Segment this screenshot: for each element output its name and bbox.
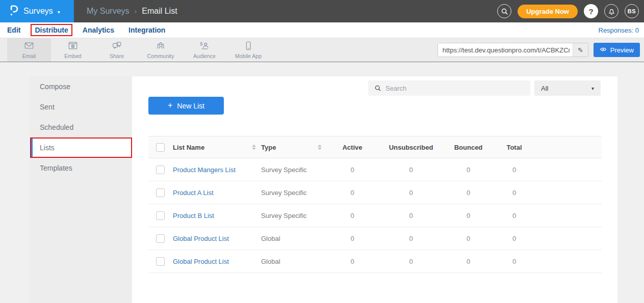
page-body: Compose Sent Scheduled Lists Templates A… [0, 62, 644, 303]
table-header-row: List Name Type Active Unsubscribed Bounc… [148, 136, 602, 158]
unsubscribed-count: 0 [378, 235, 444, 242]
breadcrumb-email-list: Email List [142, 7, 177, 16]
list-name-link[interactable]: Global Product List [173, 235, 229, 242]
help-icon[interactable]: ? [584, 4, 598, 18]
sort-icon[interactable] [252, 145, 256, 150]
row-checkbox[interactable] [156, 166, 165, 174]
toolbar-tab-community[interactable]: Community [139, 38, 183, 62]
sidebar-item-templates[interactable]: Templates [30, 158, 132, 178]
bounced-count: 0 [444, 189, 493, 197]
upgrade-now-button[interactable]: Upgrade Now [518, 5, 578, 18]
column-header-bounced: Bounced [444, 144, 493, 151]
mobile-app-icon [243, 41, 253, 51]
toolbar-tab-mobile-app[interactable]: Mobile App [226, 38, 270, 62]
active-count: 0 [327, 189, 378, 197]
column-header-type: Type [261, 144, 276, 151]
distribute-toolbar: Email Embed Share Community $ Audience [0, 38, 644, 62]
survey-nav: Edit Distribute Analytics Integration Re… [0, 22, 644, 38]
breadcrumb-my-surveys[interactable]: My Surveys [87, 7, 130, 16]
bounced-count: 0 [444, 166, 493, 174]
edit-url-pencil-icon[interactable]: ✎ [573, 43, 588, 57]
breadcrumb: My Surveys › Email List [87, 7, 177, 16]
select-all-checkbox[interactable] [156, 143, 165, 152]
bounced-count: 0 [444, 212, 493, 219]
audience-icon: $ [199, 41, 210, 51]
notifications-bell-icon[interactable] [604, 4, 619, 18]
eye-icon [600, 46, 607, 54]
column-header-total: Total [493, 144, 536, 151]
plus-icon: + [168, 101, 172, 110]
search-icon[interactable] [497, 4, 511, 18]
tab-integration[interactable]: Integration [125, 25, 168, 35]
unsubscribed-count: 0 [378, 166, 444, 174]
sidebar-item-lists[interactable]: Lists [30, 137, 132, 158]
lists-table: List Name Type Active Unsubscribed Bounc… [148, 136, 602, 273]
bounced-count: 0 [444, 258, 493, 265]
chevron-down-icon: ▾ [58, 9, 60, 15]
list-filter-value: All [541, 85, 548, 92]
total-count: 0 [493, 189, 536, 197]
list-name-link[interactable]: Global Product List [173, 258, 229, 265]
active-count: 0 [327, 258, 378, 265]
tab-distribute[interactable]: Distribute [32, 25, 71, 35]
total-count: 0 [493, 235, 536, 242]
search-input[interactable] [368, 80, 530, 96]
row-checkbox[interactable] [156, 211, 165, 220]
sidebar-item-scheduled[interactable]: Scheduled [30, 117, 132, 137]
user-avatar[interactable]: BS [625, 4, 639, 18]
chevron-down-icon: ▾ [591, 86, 594, 91]
sort-icon[interactable] [318, 145, 322, 150]
search-box [368, 80, 530, 96]
table-row: Product Mangers List Survey Specific 0 0… [148, 158, 602, 181]
top-bar: Surveys ▾ My Surveys › Email List Upgrad… [0, 0, 644, 22]
product-name: Surveys [23, 7, 53, 16]
list-name-link[interactable]: Product A List [173, 189, 214, 197]
filter-row: All ▾ [132, 80, 601, 96]
tab-edit[interactable]: Edit [4, 25, 23, 35]
list-type: Global [261, 258, 280, 265]
list-type: Survey Specific [261, 212, 307, 219]
toolbar-tab-audience[interactable]: $ Audience [183, 38, 226, 62]
column-header-active: Active [327, 144, 378, 151]
embed-icon [68, 41, 78, 51]
sidebar-item-sent[interactable]: Sent [30, 97, 132, 117]
total-count: 0 [493, 258, 536, 265]
email-icon [24, 41, 34, 51]
tab-analytics[interactable]: Analytics [80, 25, 117, 35]
row-checkbox[interactable] [156, 188, 165, 197]
list-type: Survey Specific [261, 166, 307, 174]
table-row: Global Product List Global 0 0 0 0 [148, 227, 602, 250]
column-header-unsubscribed: Unsubscribed [378, 144, 444, 151]
row-checkbox[interactable] [156, 234, 165, 243]
community-icon [156, 41, 166, 51]
unsubscribed-count: 0 [378, 212, 444, 219]
list-type: Survey Specific [261, 189, 307, 197]
list-filter-dropdown[interactable]: All ▾ [534, 80, 601, 96]
product-switcher[interactable]: Surveys ▾ [0, 0, 74, 22]
preview-button[interactable]: Preview [594, 43, 640, 57]
active-count: 0 [327, 166, 378, 174]
questionpro-logo-icon [8, 4, 19, 19]
list-name-link[interactable]: Product Mangers List [173, 166, 236, 174]
toolbar-tab-share[interactable]: Share [95, 38, 139, 62]
list-name-link[interactable]: Product B List [173, 212, 214, 219]
unsubscribed-count: 0 [378, 189, 444, 197]
row-checkbox[interactable] [156, 257, 165, 266]
bounced-count: 0 [444, 235, 493, 242]
email-sidebar: Compose Sent Scheduled Lists Templates [30, 76, 132, 303]
table-row: Product B List Survey Specific 0 0 0 0 [148, 204, 602, 227]
sidebar-item-compose[interactable]: Compose [30, 76, 132, 97]
email-lists-card: Compose Sent Scheduled Lists Templates A… [30, 76, 617, 303]
app-window: Surveys ▾ My Surveys › Email List Upgrad… [0, 0, 644, 303]
table-row: Product A List Survey Specific 0 0 0 0 [148, 181, 602, 204]
toolbar-tab-embed[interactable]: Embed [51, 38, 95, 62]
breadcrumb-separator-icon: › [135, 7, 137, 15]
list-type: Global [261, 235, 280, 242]
toolbar-tab-email[interactable]: Email [7, 38, 51, 62]
responses-count[interactable]: Responses: 0 [599, 26, 644, 34]
unsubscribed-count: 0 [378, 258, 444, 265]
total-count: 0 [493, 166, 536, 174]
new-list-button[interactable]: + New List [148, 97, 224, 115]
survey-url-input[interactable] [438, 43, 573, 57]
svg-text:$: $ [200, 41, 202, 46]
